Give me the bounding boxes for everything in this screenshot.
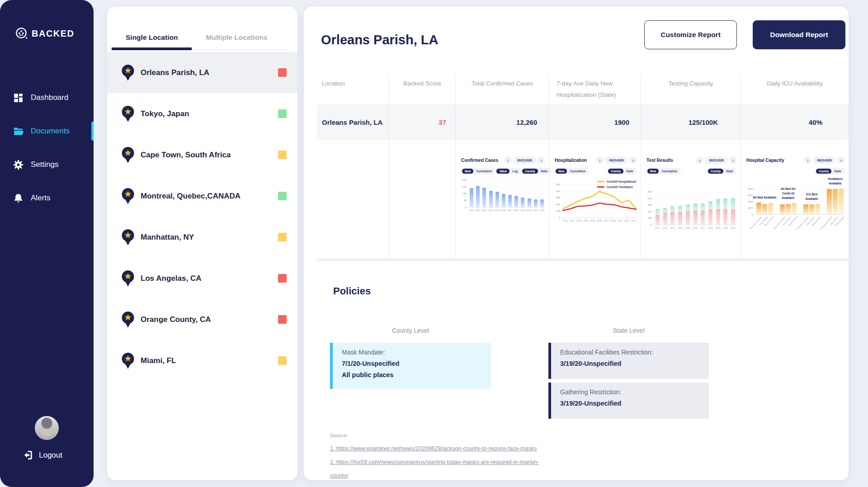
toggle-county[interactable]: County	[522, 169, 538, 174]
sidebar-item-alerts[interactable]: Alerts	[0, 181, 94, 215]
x-axis-label: 9/29	[714, 227, 722, 229]
sidebar-item-dashboard[interactable]: Dashboard	[0, 81, 94, 114]
status-indicator	[278, 151, 287, 159]
location-list-item[interactable]: Cape Town, South Africa	[107, 134, 297, 175]
y-axis: 20k15k10k5k0	[461, 180, 468, 212]
table-cell-location: Orleans Parish, LA	[316, 104, 389, 140]
location-list-item[interactable]: Miami, FL	[107, 340, 297, 381]
tab-single-location[interactable]: Single Location	[112, 33, 192, 50]
mini-chart-test-results: Test Results‹09/21/2020›NewCumulativeCou…	[641, 140, 741, 229]
column-header: Total Confirmed Cases	[455, 75, 549, 104]
bar	[476, 186, 480, 207]
location-list-item[interactable]: Orange County, CA	[107, 299, 297, 340]
negative-segment	[686, 204, 690, 211]
policy-card-state: Gathering Restriction:3/19/20-Unspecifie…	[548, 383, 709, 419]
tab-multiple-locations[interactable]: Multiple Locations	[192, 33, 281, 50]
bar-column	[481, 180, 487, 207]
app-logo: BACKED	[15, 27, 75, 40]
toggle-new[interactable]: New	[556, 169, 567, 174]
empty-cell	[389, 140, 455, 258]
toggle-county[interactable]: County	[708, 169, 723, 174]
prev-date-button[interactable]: ‹	[804, 156, 811, 164]
date-pill[interactable]: 09/21/2020	[705, 156, 728, 164]
logout-button[interactable]: Logout	[23, 450, 62, 460]
toggle-group: NewCumulative	[461, 168, 495, 175]
y-axis-tick: 0	[651, 223, 652, 226]
bar-column	[500, 180, 507, 207]
date-pill[interactable]: 09/21/2020	[605, 156, 628, 164]
customize-report-button[interactable]: Customize Report	[644, 20, 737, 49]
y-axis-tick: 32k	[556, 203, 560, 206]
bar-column	[722, 192, 730, 225]
toggle-state[interactable]: State	[831, 169, 844, 174]
x-axis-label: 9/23	[576, 219, 582, 222]
stacked-bar	[686, 204, 690, 225]
logout-label: Logout	[39, 451, 62, 460]
positive-segment	[716, 209, 720, 225]
next-date-button[interactable]: ›	[629, 156, 637, 164]
date-pill[interactable]: 09/21/2020	[513, 156, 536, 164]
next-date-button[interactable]: ›	[837, 156, 845, 164]
location-list-item[interactable]: Manhattan, NY	[107, 217, 297, 258]
y-axis-tick: 20%	[748, 207, 753, 209]
map-pin-icon	[121, 188, 135, 204]
toggle-value[interactable]: Value	[496, 169, 509, 174]
stacked-bar	[670, 206, 675, 225]
chart-plot-area: 80%60%40%20%0All Bed AvailablePrevious W…	[746, 186, 845, 214]
toggle-state[interactable]: State	[623, 169, 636, 174]
logout-icon	[23, 450, 33, 460]
location-name: Tokyo, Japan	[141, 109, 278, 118]
y-axis: 80k64k48k32k16k0	[555, 184, 562, 222]
toggle-new[interactable]: New	[647, 169, 659, 174]
bar-column	[692, 192, 699, 225]
bar-column	[488, 180, 494, 207]
toggle-cumulative[interactable]: Cumulative	[567, 169, 588, 174]
x-axis-label: 9/22	[475, 209, 481, 212]
location-list-item[interactable]: Los Angelas, CA	[107, 258, 297, 299]
sidebar-item-label: Settings	[31, 160, 58, 169]
prev-date-button[interactable]: ‹	[504, 156, 512, 164]
positive-segment	[670, 212, 675, 225]
date-pill[interactable]: 09/21/2020	[813, 156, 836, 164]
toggle-new[interactable]: New	[462, 169, 473, 174]
source-link[interactable]: 2. https://fox59.com/news/coronavirus/st…	[330, 459, 539, 479]
toggle-state[interactable]: State	[723, 169, 736, 174]
prev-date-button[interactable]: ‹	[696, 156, 703, 164]
toggle-cumulative[interactable]: Cumulative	[473, 169, 495, 174]
next-date-button[interactable]: ›	[729, 156, 737, 164]
next-date-button[interactable]: ›	[538, 156, 545, 164]
chart-toggles: NewCumulativeCountyState	[555, 168, 637, 175]
toggle-cumulative[interactable]: Cumulative	[659, 169, 680, 174]
toggle-county[interactable]: County	[816, 169, 831, 174]
plot-canvas: All Bed AvailablePrevious WeekThis WeekN…	[755, 186, 845, 214]
toggle-county[interactable]: County	[608, 169, 623, 174]
capacity-bar	[768, 203, 773, 214]
location-list-item[interactable]: Montreal, Quebec,CANADA	[107, 175, 297, 217]
location-list-item[interactable]: Tokyo, Japan	[107, 93, 297, 134]
avatar[interactable]	[35, 416, 59, 440]
county-level-label: County Level	[330, 327, 491, 334]
sidebar-item-settings[interactable]: Settings	[0, 148, 94, 181]
negative-segment	[656, 209, 660, 215]
source-link[interactable]: 1. https://www.examiner.net/news/2020062…	[330, 445, 537, 452]
toggle-group: NewCumulative	[555, 168, 589, 175]
x-axis-label: 10/1	[630, 219, 637, 222]
download-report-button[interactable]: Download Report	[753, 20, 845, 49]
policy-title: Mask Mandate:	[342, 349, 482, 356]
location-list-item[interactable]: Orleans Parish, LA	[107, 52, 297, 93]
prev-date-button[interactable]: ‹	[596, 156, 604, 164]
chart-header: Hospital Capacity‹09/21/2020›	[746, 156, 845, 164]
bar-column	[526, 180, 533, 207]
page-title: Orleans Parish, LA	[321, 33, 439, 47]
bar-column	[684, 192, 692, 225]
sidebar-item-documents[interactable]: Documents	[0, 114, 94, 148]
x-axis: 9/219/229/239/249/259/269/279/289/299/30…	[654, 227, 737, 229]
sidebar-item-label: Dashboard	[31, 93, 68, 102]
status-indicator	[278, 274, 287, 283]
sidebar-nav: DashboardDocumentsSettingsAlerts	[0, 81, 94, 215]
table-cell-backed-score: 37	[389, 104, 455, 140]
plot-canvas	[654, 192, 737, 225]
bar-column	[494, 180, 500, 207]
toggle-log[interactable]: Log	[509, 169, 520, 174]
y-axis-tick: 0	[559, 216, 560, 219]
